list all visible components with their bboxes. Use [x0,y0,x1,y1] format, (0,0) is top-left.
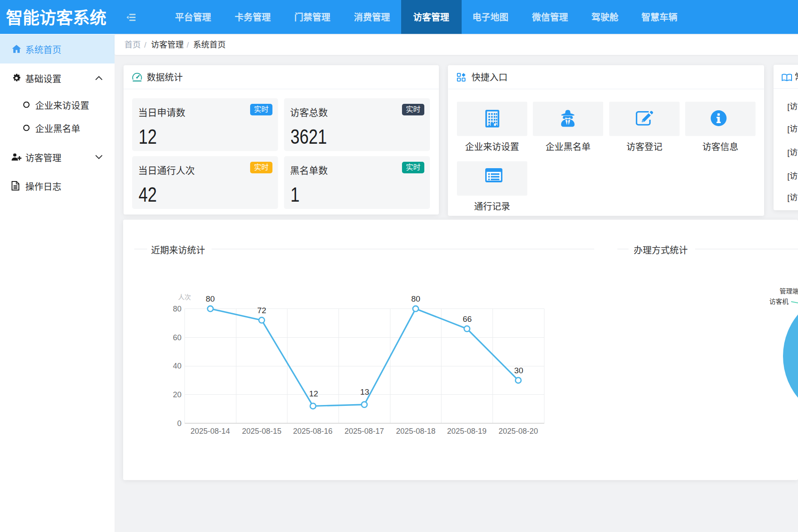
svg-text:66: 66 [462,314,472,323]
svg-text:2025-08-18: 2025-08-18 [396,427,435,435]
svg-text:2025-08-19: 2025-08-19 [447,427,487,435]
svg-text:20: 20 [173,390,181,399]
svg-text:2025-08-14: 2025-08-14 [190,427,230,435]
svg-text:0: 0 [177,419,181,428]
svg-text:60: 60 [173,333,181,342]
svg-text:人次: 人次 [178,293,191,301]
svg-text:80: 80 [173,305,181,313]
svg-text:80: 80 [411,294,420,303]
svg-text:72: 72 [257,306,266,315]
svg-text:80: 80 [206,294,215,303]
svg-text:访客机: 访客机 [769,298,789,305]
svg-text:30: 30 [514,366,523,375]
svg-text:2025-08-16: 2025-08-16 [293,427,332,435]
svg-text:13: 13 [360,387,369,396]
svg-text:12: 12 [309,389,318,398]
svg-text:管理端: 管理端 [780,287,798,295]
svg-text:2025-08-15: 2025-08-15 [242,427,281,435]
svg-text:40: 40 [173,362,181,370]
svg-text:2025-08-17: 2025-08-17 [345,427,384,435]
svg-text:2025-08-20: 2025-08-20 [499,427,538,435]
